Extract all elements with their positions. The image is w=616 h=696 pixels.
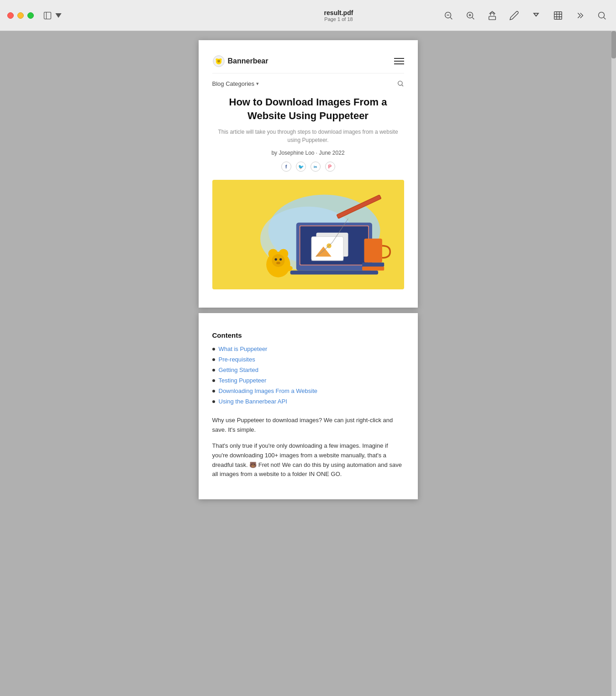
svg-point-40 [272,254,284,267]
svg-point-22 [218,62,220,63]
sidebar-toggle[interactable] [43,11,63,20]
annotate-button[interactable] [507,9,521,22]
traffic-lights [7,12,34,19]
hero-illustration [212,180,404,289]
file-name: result.pdf [324,9,353,16]
svg-point-13 [599,12,605,18]
list-item: Using the Bannerbear API [212,398,404,405]
brand-name: Bannerbear [228,57,269,65]
linkedin-icon[interactable]: in [311,162,321,172]
pdf-page-2: Contents What is Puppeteer Pre-requisite… [199,313,418,499]
page1-content: Bannerbear Blog Categories ▾ [199,40,418,308]
svg-point-23 [398,81,402,85]
search-button[interactable] [595,9,609,22]
page2-content: Contents What is Puppeteer Pre-requisite… [199,313,418,499]
social-icons: f 🐦 in P [212,162,404,172]
hamburger-menu-icon[interactable] [394,58,404,64]
body-text-1: Why use Puppeteer to download images? We… [212,416,404,435]
svg-line-24 [402,85,403,86]
title-bar: result.pdf Page 1 of 18 [0,0,616,31]
minimize-button[interactable] [17,12,24,19]
svg-rect-32 [311,237,343,261]
svg-marker-11 [534,13,538,16]
svg-rect-10 [489,16,496,19]
scrollbar-thumb[interactable] [611,31,616,58]
contents-list: What is Puppeteer Pre-requisites Getting… [212,345,404,405]
brand: Bannerbear [212,55,269,68]
svg-point-20 [217,61,218,62]
body-text-2: That's only true if you're only download… [212,441,404,479]
svg-rect-0 [44,12,51,19]
article-title: How to Download Images From a Website Us… [212,95,404,122]
svg-point-41 [274,258,277,261]
chevron-down-icon: ▾ [256,81,259,87]
svg-point-42 [279,258,282,261]
file-page: Page 1 of 18 [324,16,353,22]
list-item: Downloading Images From a Website [212,387,404,394]
svg-point-43 [276,262,280,264]
share-button[interactable] [485,9,499,22]
list-item: Pre-requisites [212,356,404,363]
svg-marker-2 [55,13,61,18]
forward-button[interactable] [573,9,587,22]
article-subtitle: This article will take you through steps… [212,128,404,144]
zoom-in-button[interactable] [463,9,477,22]
toc-link-what-is-puppeteer[interactable]: What is Puppeteer [219,345,268,352]
list-item: Getting Started [212,366,404,373]
facebook-icon[interactable]: f [281,162,291,172]
svg-line-9 [472,17,474,19]
blog-categories-bar: Blog Categories ▾ [212,80,404,87]
blog-categories-button[interactable]: Blog Categories ▾ [212,80,259,87]
bullet-icon [212,379,215,382]
toc-link-pre-requisites[interactable]: Pre-requisites [219,356,255,363]
fit-page-button[interactable] [551,9,565,22]
svg-rect-12 [554,11,562,19]
toc-link-testing-puppeteer[interactable]: Testing Puppeteer [219,377,267,384]
pdf-page-1: Bannerbear Blog Categories ▾ [199,40,418,308]
twitter-icon[interactable]: 🐦 [296,162,306,172]
svg-rect-47 [362,267,384,271]
svg-rect-46 [362,263,384,267]
pinterest-icon[interactable]: P [325,162,335,172]
list-item: Testing Puppeteer [212,377,404,384]
svg-point-21 [219,61,220,62]
bullet-icon [212,369,215,372]
hero-image [212,180,404,289]
content-area: Bannerbear Blog Categories ▾ [0,31,616,518]
article-author: by Josephine Loo · June 2022 [212,150,404,156]
svg-line-14 [604,17,605,19]
maximize-button[interactable] [27,12,34,19]
svg-rect-45 [364,239,382,263]
svg-rect-36 [290,271,378,275]
brand-logo-icon [212,55,225,68]
bullet-icon [212,348,215,351]
svg-line-5 [450,17,452,19]
toc-link-downloading-images[interactable]: Downloading Images From a Website [219,387,318,394]
annotate-more-button[interactable] [529,9,543,22]
toolbar-actions [442,9,609,22]
navbar: Bannerbear [212,55,404,73]
toc-link-bannerbear-api[interactable]: Using the Bannerbear API [219,398,287,405]
toc-link-getting-started[interactable]: Getting Started [219,366,258,373]
bullet-icon [212,358,215,361]
list-item: What is Puppeteer [212,345,404,352]
close-button[interactable] [7,12,14,19]
scrollbar-track[interactable] [611,31,616,696]
contents-heading: Contents [212,331,404,339]
search-icon-small[interactable] [397,80,404,87]
bullet-icon [212,400,215,403]
zoom-out-button[interactable] [442,9,455,22]
bullet-icon [212,390,215,392]
